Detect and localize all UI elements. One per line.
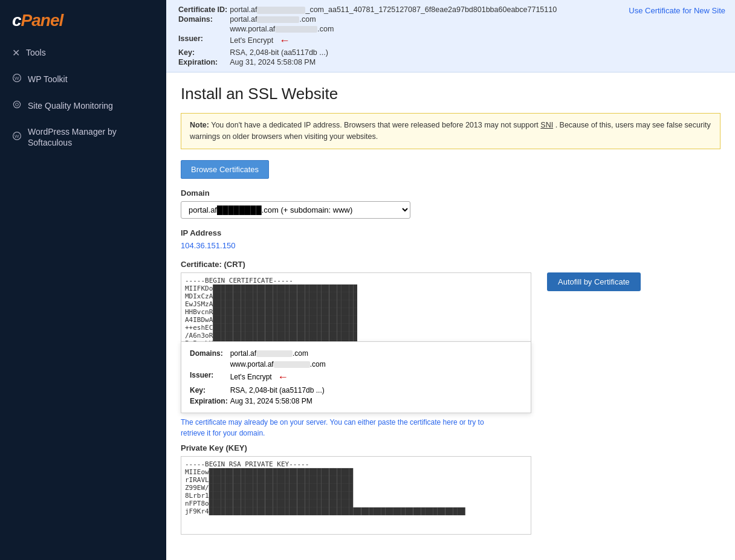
site-quality-icon bbox=[12, 100, 22, 112]
cert-help-section: The certificate may already be on your s… bbox=[181, 417, 720, 439]
svg-text:W: W bbox=[15, 76, 19, 81]
browse-certificates-button[interactable]: Browse Certificates bbox=[181, 160, 269, 179]
wordpress-manager-icon: W bbox=[12, 131, 22, 143]
svg-text:W: W bbox=[15, 134, 19, 139]
wp-toolkit-icon: W bbox=[12, 73, 22, 85]
tooltip-issuer-label: Issuer: bbox=[190, 370, 230, 385]
svg-point-3 bbox=[16, 103, 19, 106]
cert-textarea[interactable]: -----BEGIN CERTIFICATE----- MIIFKDo█████… bbox=[181, 272, 531, 351]
tooltip-expiration-label: Expiration: bbox=[190, 396, 230, 407]
note-label: Note: bbox=[190, 121, 209, 129]
page-body: Install an SSL Website Note: You don't h… bbox=[166, 72, 735, 555]
tooltip-key-label: Key: bbox=[190, 385, 230, 396]
arrow-icon-top: ← bbox=[279, 34, 290, 47]
cpanel-logo: cPanel bbox=[0, 0, 166, 40]
cert-help-text: The certificate may already be on your s… bbox=[181, 418, 484, 437]
sidebar: cPanel ✕ Tools W WP Toolkit Site Quality… bbox=[0, 0, 166, 560]
domain2-top: www.portal.af.com bbox=[230, 24, 559, 34]
sidebar-item-site-quality-label: Site Quality Monitoring bbox=[28, 100, 113, 111]
sidebar-item-site-quality[interactable]: Site Quality Monitoring bbox=[0, 92, 166, 119]
key-label-top: Key: bbox=[178, 48, 230, 57]
expiration-label-top: Expiration: bbox=[178, 57, 230, 67]
domains-label-top: Domains: bbox=[178, 14, 230, 24]
note-box: Note: You don't have a dedicated IP addr… bbox=[181, 113, 720, 149]
note-text: You don't have a dedicated IP address. B… bbox=[211, 121, 540, 129]
tooltip-domain1: portal.af.com bbox=[230, 348, 328, 359]
cert-info-table: Certificate ID: portal.af_com_aa511_4078… bbox=[178, 5, 559, 67]
cert-textarea-wrapper: -----BEGIN CERTIFICATE----- MIIFKDo█████… bbox=[181, 272, 531, 353]
pk-textarea[interactable]: -----BEGIN RSA PRIVATE KEY----- MIIEow██… bbox=[181, 456, 531, 535]
tooltip-domains-label: Domains: bbox=[190, 348, 230, 359]
ip-section-label: IP Address bbox=[181, 228, 720, 237]
expiration-value-top: Aug 31, 2024 5:58:08 PM bbox=[230, 57, 559, 67]
cert-id-value: portal.af_com_aa511_40781_1725127087_6f8… bbox=[230, 5, 559, 14]
sni-link[interactable]: SNI bbox=[540, 121, 553, 129]
issuer-value-top: Let's Encrypt ← bbox=[230, 34, 559, 48]
domain-section-label: Domain bbox=[181, 188, 720, 198]
ip-section: IP Address 104.36.151.150 bbox=[181, 228, 720, 250]
pk-row: -----BEGIN RSA PRIVATE KEY----- MIIEow██… bbox=[181, 456, 720, 536]
domain1-top: portal.af.com bbox=[230, 14, 559, 24]
tooltip-key-value: RSA, 2,048-bit (aa5117db ...) bbox=[230, 385, 328, 396]
cert-help-line2: retrieve it for your domain. bbox=[181, 429, 265, 437]
cert-crt-label: Certificate: (CRT) bbox=[181, 260, 720, 269]
cert-section: Certificate: (CRT) -----BEGIN CERTIFICAT… bbox=[181, 260, 720, 353]
issuer-label-top: Issuer: bbox=[178, 34, 230, 48]
key-value-top: RSA, 2,048-bit (aa5117db ...) bbox=[230, 48, 559, 57]
tooltip-domain2: www.portal.af.com bbox=[230, 359, 328, 370]
cert-tooltip: Domains: portal.af.com www.portal.af.com bbox=[181, 341, 531, 413]
cert-id-label: Certificate ID: bbox=[178, 5, 230, 14]
arrow-icon-tooltip: ← bbox=[277, 371, 288, 384]
cert-tooltip-table: Domains: portal.af.com www.portal.af.com bbox=[190, 348, 328, 407]
main-content: Use Certificate for New Site Certificate… bbox=[166, 0, 735, 560]
sidebar-item-wp-toolkit-label: WP Toolkit bbox=[28, 74, 68, 85]
tooltip-issuer-value: Let's Encrypt ← bbox=[230, 370, 328, 385]
ip-value: 104.36.151.150 bbox=[181, 241, 235, 250]
sidebar-item-wordpress-manager-label: WordPress Manager by Softaculous bbox=[28, 126, 154, 148]
tooltip-expiration-value: Aug 31, 2024 5:58:08 PM bbox=[230, 396, 328, 407]
pk-label: Private Key (KEY) bbox=[181, 443, 720, 452]
sidebar-item-wp-toolkit[interactable]: W WP Toolkit bbox=[0, 66, 166, 92]
tools-icon: ✕ bbox=[12, 47, 20, 59]
sidebar-item-tools[interactable]: ✕ Tools bbox=[0, 40, 166, 66]
top-cert-bar: Use Certificate for New Site Certificate… bbox=[166, 0, 735, 72]
page-title: Install an SSL Website bbox=[181, 85, 720, 103]
cert-row: -----BEGIN CERTIFICATE----- MIIFKDo█████… bbox=[181, 272, 720, 353]
cert-help-line1: The certificate may already be on your s… bbox=[181, 418, 484, 426]
domain-select[interactable]: portal.af████████.com (+ subdomain: www) bbox=[181, 201, 410, 219]
svg-point-2 bbox=[13, 101, 20, 108]
sidebar-item-wordpress-manager[interactable]: W WordPress Manager by Softaculous bbox=[0, 119, 166, 155]
sidebar-item-tools-label: Tools bbox=[26, 47, 46, 58]
autofill-button[interactable]: Autofill by Certificate bbox=[547, 272, 641, 291]
pk-textarea-wrapper: -----BEGIN RSA PRIVATE KEY----- MIIEow██… bbox=[181, 456, 531, 536]
pk-section: Private Key (KEY) -----BEGIN RSA PRIVATE… bbox=[181, 443, 720, 536]
use-cert-link[interactable]: Use Certificate for New Site bbox=[629, 6, 725, 15]
